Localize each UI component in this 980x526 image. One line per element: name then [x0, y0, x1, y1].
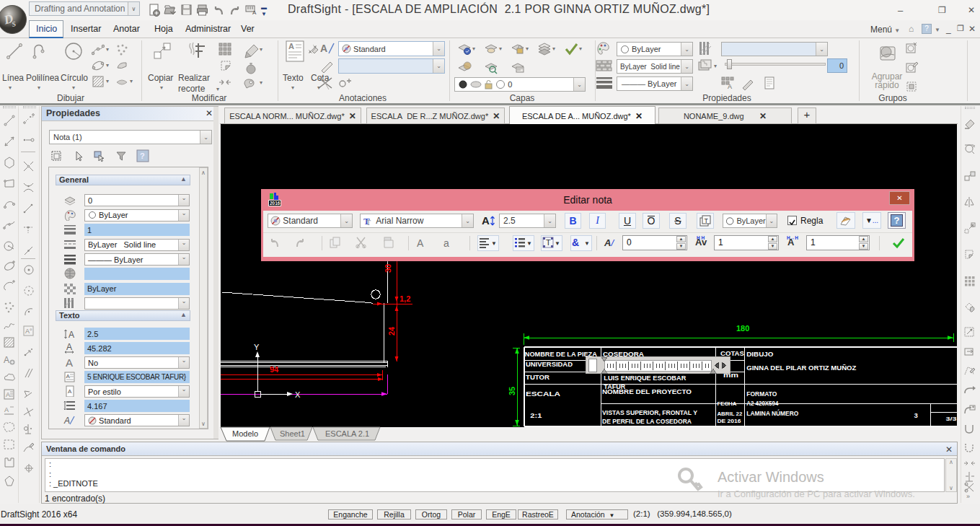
svg-text:T: T: [546, 238, 551, 247]
svg-text:NOMBRE DEL PROYECTO: NOMBRE DEL PROYECTO: [602, 388, 692, 395]
svg-text:35: 35: [508, 387, 516, 395]
svg-text:LAMINA NÚMERO: LAMINA NÚMERO: [746, 409, 798, 417]
svg-text:COTAS: COTAS: [720, 350, 744, 357]
svg-text:1,2: 1,2: [399, 294, 410, 303]
svg-text:Sheet1: Sheet1: [280, 429, 305, 438]
svg-text:FORMATO: FORMATO: [746, 390, 777, 398]
svg-text:A: A: [69, 330, 74, 339]
svg-text:ESCALA: ESCALA: [526, 390, 561, 398]
svg-text:A: A: [320, 43, 327, 54]
svg-text:A: A: [288, 42, 294, 51]
svg-text:A: A: [68, 388, 72, 395]
svg-text:UNIVERSIDAD: UNIVERSIDAD: [526, 361, 573, 368]
svg-text:T: T: [705, 217, 709, 224]
svg-text:A: A: [252, 9, 257, 16]
svg-text:2:1: 2:1: [530, 412, 542, 419]
svg-text:TUTOR: TUTOR: [526, 374, 550, 381]
svg-text:A°: A°: [25, 328, 32, 335]
svg-text:A: A: [482, 214, 490, 227]
svg-text:24: 24: [387, 326, 396, 336]
svg-text:?: ?: [140, 152, 145, 160]
svg-text:T: T: [366, 219, 371, 227]
svg-text:A: A: [728, 83, 732, 89]
svg-text:ESCALA 2.1: ESCALA 2.1: [325, 429, 369, 438]
svg-text:&: &: [572, 237, 579, 248]
svg-text:A: A: [66, 342, 72, 352]
svg-text:DE 2016: DE 2016: [717, 418, 741, 424]
svg-text:X: X: [295, 390, 301, 399]
svg-text:A: A: [6, 391, 10, 398]
svg-text:ABRIL 22: ABRIL 22: [717, 411, 742, 417]
svg-text:A: A: [4, 406, 9, 413]
svg-text:A: A: [63, 416, 70, 426]
svg-text:30: 30: [384, 264, 392, 273]
svg-text:VISTAS SUPERIOR, FRONTAL Y: VISTAS SUPERIOR, FRONTAL Y: [602, 409, 697, 416]
svg-text:Modelo: Modelo: [232, 429, 258, 438]
svg-text:Y: Y: [254, 343, 260, 351]
svg-text:180: 180: [736, 324, 749, 333]
svg-text:A: A: [4, 355, 9, 365]
svg-text:DE PERFIL DE LA COSEDORA: DE PERFIL DE LA COSEDORA: [602, 418, 692, 425]
svg-text:A: A: [66, 356, 73, 368]
svg-text:3/3: 3/3: [945, 416, 957, 422]
svg-text:DIBUJO: DIBUJO: [746, 351, 773, 358]
svg-text:A: A: [66, 373, 71, 380]
svg-text:FECHA: FECHA: [717, 400, 737, 407]
svg-text:LUIS ENRIQUE ESCOBAR: LUIS ENRIQUE ESCOBAR: [604, 374, 687, 382]
svg-text:A2 420X594: A2 420X594: [746, 400, 778, 407]
svg-text:3: 3: [914, 411, 918, 419]
svg-text:GINNA DEL PILAR ORTIZ MUÑOZ: GINNA DEL PILAR ORTIZ MUÑOZ: [746, 364, 857, 372]
svg-text:94: 94: [270, 365, 279, 374]
